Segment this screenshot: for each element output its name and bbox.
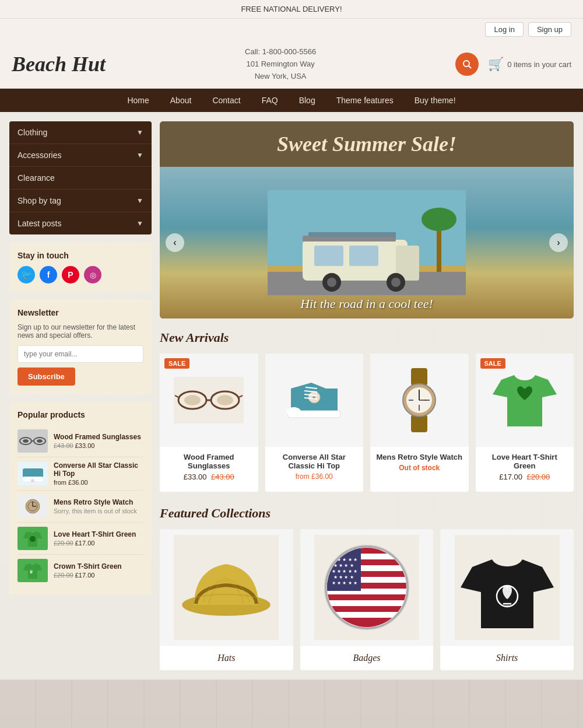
product-old-price: £20.00 bbox=[527, 473, 550, 481]
product-price: £33.00 bbox=[184, 473, 207, 481]
sale-badge: SALE bbox=[480, 358, 505, 369]
popular-products-box: Popular products Wood Framed Sunglasses … bbox=[9, 402, 152, 594]
twitter-icon[interactable]: 🐦 bbox=[17, 266, 35, 284]
featured-label-shirts: Shirts bbox=[440, 646, 574, 670]
featured-collections-grid: Hats bbox=[160, 529, 574, 670]
svg-rect-29 bbox=[308, 232, 396, 237]
cart-count: 0 bbox=[507, 60, 511, 69]
featured-card-shirts[interactable]: Shirts bbox=[440, 529, 574, 670]
list-item[interactable]: ♛ Crown T-Shirt Green £20.00 £17.00 bbox=[17, 555, 143, 586]
product-price: £17.00 bbox=[499, 473, 522, 481]
facebook-icon[interactable]: f bbox=[40, 266, 57, 284]
sidebar-item-clearance[interactable]: Clearance bbox=[9, 167, 152, 190]
cart-widget[interactable]: 🛒 0 items in your cart bbox=[488, 57, 571, 72]
featured-label-badges: Badges bbox=[300, 646, 434, 670]
sidebar-item-clothing[interactable]: Clothing ▼ bbox=[9, 121, 152, 144]
product-image: ★ bbox=[265, 354, 364, 447]
svg-text:★ ★ ★ ★: ★ ★ ★ ★ bbox=[333, 575, 354, 580]
svg-line-1 bbox=[469, 66, 471, 68]
chevron-down-icon: ▼ bbox=[136, 151, 143, 159]
product-thumbnail: ♛ bbox=[17, 559, 48, 582]
svg-rect-23 bbox=[349, 246, 378, 266]
product-price-from: from £36.00 bbox=[270, 473, 359, 481]
sidebar-item-shop-by-tag[interactable]: Shop by tag ▼ bbox=[9, 190, 152, 212]
hero-banner: Sweet Summer Sale! bbox=[160, 121, 574, 318]
chevron-down-icon: ▼ bbox=[136, 219, 143, 228]
search-button[interactable] bbox=[455, 52, 479, 76]
top-bar-message: FREE NATIONAL DELIVERY! bbox=[241, 5, 342, 13]
product-card[interactable]: Mens Retro Style Watch Out of stock bbox=[370, 354, 469, 492]
product-thumbnail bbox=[17, 462, 48, 485]
newsletter-input[interactable] bbox=[17, 345, 143, 363]
subscribe-button[interactable]: Subscribe bbox=[17, 368, 75, 386]
product-card[interactable]: SALE Love Heart T-Shirt Green £17.00 £20… bbox=[476, 354, 574, 492]
svg-point-5 bbox=[37, 439, 43, 443]
login-button[interactable]: Log in bbox=[485, 22, 523, 37]
svg-text:★ ★ ★ ★ ★: ★ ★ ★ ★ ★ bbox=[332, 569, 357, 574]
svg-text:★ ★ ★ ★: ★ ★ ★ ★ bbox=[333, 563, 354, 568]
list-item[interactable]: Mens Retro Style Watch Sorry, this item … bbox=[17, 491, 143, 523]
products-grid: SALE Wood Framed Sunglasses bbox=[160, 354, 574, 492]
banner-prev-button[interactable]: ‹ bbox=[166, 233, 184, 252]
list-item[interactable]: Love Heart T-Shirt Green £20.00 £17.00 bbox=[17, 523, 143, 555]
list-item[interactable]: Wood Framed Sunglasses £43.00 £33.00 bbox=[17, 425, 143, 457]
cart-label: items in your cart bbox=[514, 60, 571, 69]
cart-info: 0 items in your cart bbox=[507, 60, 571, 69]
social-icons: 🐦 f P ◎ bbox=[17, 266, 143, 284]
logo[interactable]: Beach Hut bbox=[12, 52, 106, 76]
instagram-icon[interactable]: ◎ bbox=[84, 266, 101, 284]
svg-rect-49 bbox=[411, 415, 427, 432]
product-image bbox=[370, 354, 469, 447]
chevron-down-icon: ▼ bbox=[136, 128, 143, 136]
stay-in-touch-title: Stay in touch bbox=[17, 251, 143, 260]
sidebar-item-latest-posts[interactable]: Latest posts ▼ bbox=[9, 212, 152, 235]
newsletter-title: Newsletter bbox=[17, 308, 143, 317]
main-layout: Clothing ▼ Accessories ▼ Clearance Shop … bbox=[0, 112, 583, 680]
nav-blog[interactable]: Blog bbox=[289, 89, 326, 112]
nav-faq[interactable]: FAQ bbox=[251, 89, 289, 112]
banner-title: Sweet Summer Sale! bbox=[160, 121, 574, 167]
svg-text:★ ★ ★ ★ ★: ★ ★ ★ ★ ★ bbox=[332, 580, 357, 586]
svg-rect-71 bbox=[327, 600, 406, 606]
sidebar-item-accessories[interactable]: Accessories ▼ bbox=[9, 144, 152, 167]
svg-point-0 bbox=[463, 61, 469, 66]
address2: New York, USA bbox=[117, 71, 444, 83]
top-bar: FREE NATIONAL DELIVERY! bbox=[0, 0, 583, 19]
svg-point-40 bbox=[287, 407, 301, 416]
auth-bar: Log in Sign up bbox=[0, 19, 583, 40]
banner-image: ‹ › Hit the road in a cool tee! bbox=[160, 167, 574, 318]
featured-image-hats bbox=[160, 529, 293, 646]
product-thumbnail bbox=[17, 527, 48, 550]
svg-point-9 bbox=[31, 479, 34, 482]
contact-info: Call: 1-800-000-5566 101 Remington Way N… bbox=[117, 46, 444, 82]
nav-home[interactable]: Home bbox=[117, 89, 159, 112]
nav-contact[interactable]: Contact bbox=[202, 89, 251, 112]
product-card[interactable]: SALE Wood Framed Sunglasses bbox=[160, 354, 258, 492]
nav-theme-features[interactable]: Theme features bbox=[326, 89, 404, 112]
banner-next-button[interactable]: › bbox=[549, 233, 568, 252]
product-name: Wood Framed Sunglasses bbox=[164, 453, 254, 470]
pinterest-icon[interactable]: P bbox=[62, 266, 79, 284]
banner-caption: Hit the road in a cool tee! bbox=[300, 296, 433, 312]
newsletter-text: Sign up to our newsletter for the latest… bbox=[17, 323, 143, 340]
product-name: Mens Retro Style Watch bbox=[375, 453, 464, 461]
new-arrivals-title: New Arrivals bbox=[160, 330, 574, 345]
product-name: Converse All Star Classic Hi Top bbox=[270, 453, 359, 470]
nav-buy-theme[interactable]: Buy theme! bbox=[404, 89, 466, 112]
popular-products-title: Popular products bbox=[17, 410, 143, 419]
featured-card-badges[interactable]: ★ ★ ★ ★ ★ ★ ★ ★ ★ ★ ★ ★ ★ ★ ★ ★ ★ ★ ★ ★ … bbox=[300, 529, 434, 670]
newsletter-box: Newsletter Sign up to our newsletter for… bbox=[9, 300, 152, 394]
nav-about[interactable]: About bbox=[160, 89, 202, 112]
product-card[interactable]: ★ Converse All Star Classic Hi Top from … bbox=[265, 354, 364, 492]
svg-rect-48 bbox=[411, 368, 427, 386]
featured-label-hats: Hats bbox=[160, 646, 293, 670]
main-nav: Home About Contact FAQ Blog Theme featur… bbox=[0, 89, 583, 112]
sale-badge: SALE bbox=[164, 358, 189, 369]
product-name: Love Heart T-Shirt Green bbox=[480, 453, 570, 470]
featured-card-hats[interactable]: Hats bbox=[160, 529, 293, 670]
product-oos-label: Out of stock bbox=[375, 464, 464, 472]
list-item[interactable]: Converse All Star Classic Hi Top from £3… bbox=[17, 457, 143, 491]
featured-image-badges: ★ ★ ★ ★ ★ ★ ★ ★ ★ ★ ★ ★ ★ ★ ★ ★ ★ ★ ★ ★ … bbox=[300, 529, 434, 646]
header: Beach Hut Call: 1-800-000-5566 101 Remin… bbox=[0, 40, 583, 89]
signup-button[interactable]: Sign up bbox=[528, 22, 571, 37]
